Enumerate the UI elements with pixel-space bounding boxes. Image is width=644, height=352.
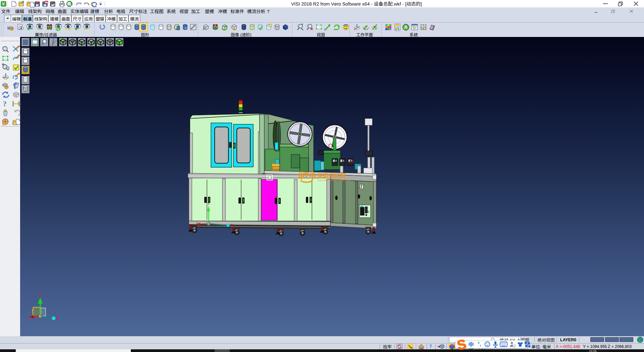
svg-text:X: X — [28, 314, 31, 319]
svg-text:V: V — [2, 2, 5, 6]
svg-text:Z: Z — [230, 223, 233, 228]
svg-text:X: X — [196, 222, 199, 226]
svg-text:?: ? — [3, 100, 7, 108]
svg-text:7: 7 — [514, 345, 515, 347]
svg-text:Y: Y — [38, 292, 42, 298]
svg-text:Z: Z — [56, 315, 59, 321]
svg-text:Y: Y — [207, 202, 210, 206]
svg-text:o: o — [368, 210, 369, 213]
